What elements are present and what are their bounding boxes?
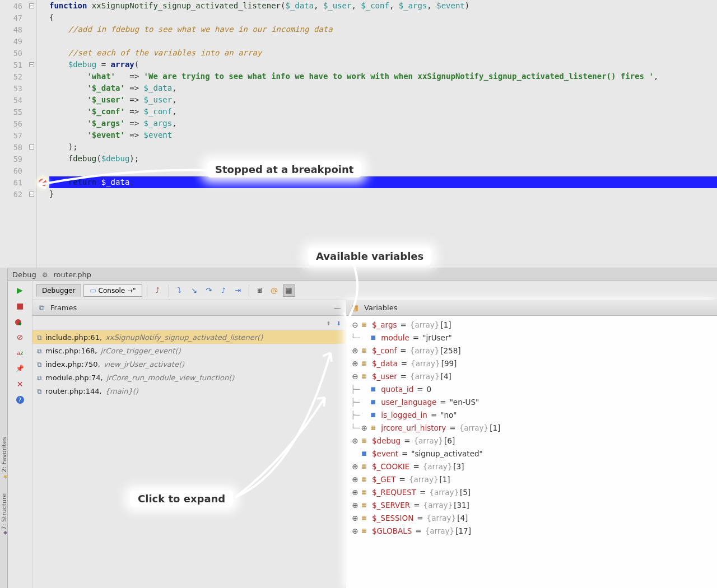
pin-icon[interactable] <box>15 363 26 374</box>
gutter-line[interactable]: 56 <box>0 118 36 129</box>
gutter-line[interactable]: 49 <box>0 35 36 47</box>
expand-icon[interactable] <box>352 501 358 510</box>
gutter-line[interactable]: 52 <box>0 71 36 82</box>
gutter-line[interactable]: 55 <box>0 106 36 118</box>
gutter-line[interactable]: 58 <box>0 141 36 153</box>
gutter-line[interactable]: 59 <box>0 153 36 165</box>
step-out-icon[interactable] <box>217 284 230 297</box>
gutter-line[interactable]: 51 <box>0 59 36 71</box>
variable-row[interactable]: $GLOBALS = {array} [17] <box>346 524 717 537</box>
frame-row[interactable]: misc.php:168, jrCore_trigger_event() <box>32 344 346 357</box>
expand-icon[interactable] <box>352 488 358 497</box>
frame-down-icon[interactable] <box>337 319 341 327</box>
frame-row[interactable]: router.php:144, {main}() <box>32 384 346 398</box>
show-exec-point-icon[interactable] <box>152 284 164 297</box>
sidebar-tab-favorites[interactable]: 2: Favorites <box>0 430 8 487</box>
evaluate-icon[interactable] <box>254 284 266 297</box>
code-line[interactable]: '$_args' => $_args, <box>49 118 717 129</box>
expand-icon[interactable] <box>361 423 367 432</box>
expand-icon[interactable] <box>352 359 358 368</box>
gutter[interactable]: 4647484950515253545556575859606162 <box>0 0 37 268</box>
code-line[interactable]: 'what' => 'We are trying to see what inf… <box>49 71 717 82</box>
frame-row[interactable]: index.php:750, view_jrUser_activate() <box>32 357 346 371</box>
variable-row[interactable]: $_args = {array} [1] <box>346 318 717 331</box>
code-line[interactable]: //add in fdebug to see what we have in o… <box>49 24 717 35</box>
expand-icon[interactable] <box>352 346 358 355</box>
code-line[interactable] <box>49 35 717 47</box>
gutter-line[interactable]: 48 <box>0 24 36 35</box>
debug-tabbar-file[interactable]: router.php <box>54 270 91 279</box>
variable-row[interactable]: $_SERVER = {array} [31] <box>346 498 717 511</box>
code-line[interactable]: return $_data; <box>49 176 717 188</box>
expand-icon[interactable] <box>352 462 358 471</box>
close-icon[interactable] <box>15 379 26 390</box>
gutter-line[interactable]: 57 <box>0 129 36 141</box>
code-line[interactable]: $debug = array( <box>49 59 717 71</box>
help-icon[interactable] <box>15 394 26 405</box>
code-line[interactable]: fdebug($debug); <box>49 153 717 165</box>
code-line[interactable]: '$_conf' => $_conf, <box>49 106 717 118</box>
mute-breakpoints-icon[interactable] <box>15 332 26 343</box>
variable-row[interactable]: └─jrcore_url_history = {array} [1] <box>346 421 717 434</box>
gutter-line[interactable]: 53 <box>0 82 36 94</box>
variable-row[interactable]: $event = "signup_activated" <box>346 447 717 460</box>
code-line[interactable]: '$event' => $event <box>49 129 717 141</box>
expand-icon[interactable] <box>352 436 358 445</box>
expand-icon[interactable] <box>352 475 358 484</box>
view-breakpoints-icon[interactable] <box>15 316 26 327</box>
code-line[interactable] <box>49 165 717 176</box>
variable-row[interactable]: $debug = {array} [6] <box>346 434 717 447</box>
gutter-line[interactable]: 46 <box>0 0 36 12</box>
expand-icon[interactable] <box>352 514 358 522</box>
tab-console[interactable]: ▭ Console →" <box>83 284 142 297</box>
variable-row[interactable]: $_SESSION = {array} [4] <box>346 511 717 524</box>
settings-icon[interactable] <box>283 284 295 297</box>
fold-open-icon[interactable] <box>29 62 34 67</box>
code-line[interactable]: '$_data' => $_data, <box>49 82 717 94</box>
gutter-line[interactable]: 47 <box>0 12 36 24</box>
code-line[interactable]: ); <box>49 141 717 153</box>
variable-row[interactable]: $_COOKIE = {array} [3] <box>346 460 717 473</box>
variable-row[interactable]: $_user = {array} [4] <box>346 370 717 382</box>
frame-row[interactable]: include.php:61, xxSignupNotify_signup_ac… <box>32 330 346 344</box>
stop-icon[interactable] <box>15 300 26 311</box>
expand-icon[interactable] <box>352 526 358 535</box>
frame-row[interactable]: module.php:74, jrCore_run_module_view_fu… <box>32 371 346 384</box>
resume-icon[interactable] <box>15 284 26 296</box>
collapse-icon[interactable] <box>352 320 358 329</box>
fold-close-icon[interactable] <box>29 192 34 197</box>
gutter-line[interactable]: 60 <box>0 165 36 176</box>
sidebar-tab-structure[interactable]: 7: Structure <box>0 487 8 543</box>
code-line[interactable]: function xxSignupNotify_signup_activated… <box>49 0 717 12</box>
at-icon[interactable] <box>268 284 281 297</box>
gutter-line[interactable]: 54 <box>0 94 36 106</box>
variables-tree[interactable]: $_args = {array} [1] └─module = "jrUser"… <box>346 316 717 588</box>
code-body[interactable]: function xxSignupNotify_signup_activated… <box>37 0 717 268</box>
code-editor[interactable]: 4647484950515253545556575859606162 funct… <box>0 0 717 268</box>
variable-row[interactable]: └─module = "jrUser" <box>346 331 717 344</box>
variable-row[interactable]: $_REQUEST = {array} [5] <box>346 486 717 498</box>
gutter-line[interactable]: 50 <box>0 47 36 59</box>
code-line[interactable]: { <box>49 12 717 24</box>
variable-row[interactable]: $_GET = {array} [1] <box>346 473 717 486</box>
tab-debugger[interactable]: Debugger <box>36 284 81 297</box>
minimize-icon[interactable]: — <box>334 304 341 312</box>
variable-row[interactable]: ├─quota_id = 0 <box>346 382 717 395</box>
variable-row[interactable]: $_data = {array} [99] <box>346 357 717 370</box>
fold-open-icon[interactable] <box>29 3 34 8</box>
breakpoint-icon[interactable] <box>39 179 46 186</box>
variable-row[interactable]: ├─is_logged_in = "no" <box>346 408 717 421</box>
sort-icon[interactable] <box>15 347 26 358</box>
variable-row[interactable]: $_conf = {array} [258] <box>346 344 717 357</box>
code-line[interactable]: } <box>49 188 717 200</box>
collapse-icon[interactable] <box>352 372 358 381</box>
code-line[interactable]: //set each of the variables into an arra… <box>49 47 717 59</box>
step-into-icon[interactable] <box>188 284 201 297</box>
step-over-icon[interactable] <box>174 284 186 297</box>
run-to-cursor-icon[interactable] <box>232 284 244 297</box>
force-step-into-icon[interactable] <box>203 284 215 297</box>
gutter-line[interactable]: 62 <box>0 188 36 200</box>
code-line[interactable]: '$_user' => $_user, <box>49 94 717 106</box>
frames-list[interactable]: include.php:61, xxSignupNotify_signup_ac… <box>32 330 346 588</box>
variable-row[interactable]: ├─user_language = "en-US" <box>346 395 717 408</box>
